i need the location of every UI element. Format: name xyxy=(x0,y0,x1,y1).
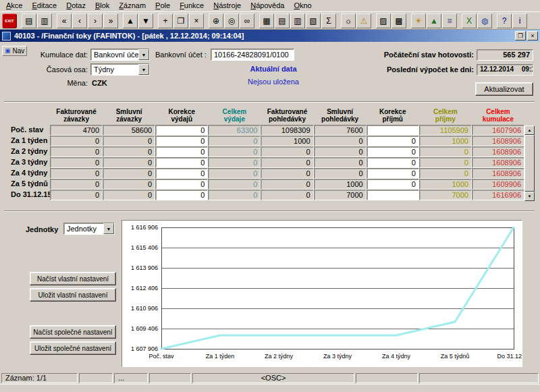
korekce-cell[interactable]: 0 xyxy=(155,168,208,179)
menu-item-funkce[interactable]: Funkce xyxy=(175,0,209,11)
bank-account-label: Bankovní účet : xyxy=(155,51,207,59)
korekce-cell[interactable]: 0 xyxy=(155,190,208,200)
zoom-icon[interactable]: ⊕ xyxy=(209,13,223,28)
table-cell: 1608906 xyxy=(472,157,524,168)
exit-button[interactable]: EXIT xyxy=(2,13,17,28)
info-icon[interactable]: i xyxy=(512,13,527,28)
korekce-cell[interactable]: 0 xyxy=(155,136,208,146)
scroll-up-button[interactable]: ▲ xyxy=(524,125,535,135)
scrollbar-thumb[interactable] xyxy=(524,135,535,192)
menu-item-zaznam[interactable]: Záznam xyxy=(114,0,151,11)
y-tick-label: 1 609 406 xyxy=(131,325,158,332)
casova-osa-dropdown-icon[interactable]: ▼ xyxy=(138,64,149,75)
delete-record-icon[interactable]: × xyxy=(189,13,204,28)
nacist-spolecne-nastaveni-button[interactable]: Načíst společné nastavení xyxy=(30,325,116,339)
jednotky-select[interactable]: Jednotky ▼ xyxy=(63,223,115,235)
print-preview-icon[interactable]: ▥ xyxy=(37,13,52,28)
table-cell: 0 xyxy=(261,146,313,157)
menu-item-akce[interactable]: Akce xyxy=(1,0,27,11)
find-icon[interactable]: ◎ xyxy=(224,13,239,28)
window-title: 40103 - /Finanční toky (FAFINTOK) - [pát… xyxy=(14,32,514,40)
table-cell: 0 xyxy=(103,157,155,168)
navigator-icon: ▣ xyxy=(5,48,11,54)
scroll-down-button[interactable]: ▼ xyxy=(524,192,535,201)
insert-record-icon-glyph: + xyxy=(163,17,167,25)
jednotky-value: Jednotky xyxy=(64,223,103,234)
kumulace-dat-select[interactable]: Bankovní účet ▼ xyxy=(90,49,150,61)
korekce-cell[interactable] xyxy=(367,190,419,200)
korekce-cell[interactable]: 0 xyxy=(155,125,208,136)
menu-item-blok[interactable]: Blok xyxy=(90,0,114,11)
ulozit-spolecne-nastaveni-button[interactable]: Uložit společné nastavení xyxy=(30,341,116,355)
globe-icon[interactable]: ◍ xyxy=(477,13,492,28)
kumulace-dat-value: Bankovní účet xyxy=(91,49,138,60)
scroll-up-icon[interactable]: ▲ xyxy=(123,13,138,28)
menu-item-napoveda[interactable]: Nápověda xyxy=(246,0,289,11)
y-tick-label: 1 607 906 xyxy=(131,345,158,352)
sun-icon[interactable]: ☀ xyxy=(411,13,426,28)
calendar-icon[interactable]: ▩ xyxy=(392,13,406,28)
settings-icon[interactable]: ☼ xyxy=(341,13,356,28)
korekce-cell[interactable]: 0 xyxy=(367,157,419,168)
table-scrollbar[interactable]: ▲ ▼ xyxy=(524,125,535,201)
add-detail-icon[interactable]: ▧ xyxy=(306,13,321,28)
last-record-icon[interactable]: » xyxy=(103,13,118,28)
scroll-down-icon[interactable]: ▼ xyxy=(138,13,153,28)
korekce-cell[interactable]: 0 xyxy=(367,136,419,146)
previous-record-icon[interactable]: ‹ xyxy=(72,13,87,28)
aktualizovat-button[interactable]: Aktualizovat xyxy=(475,82,533,96)
mdi-titlebar[interactable]: 40103 - /Finanční toky (FAFINTOK) - [pát… xyxy=(0,30,540,42)
close-button[interactable]: × xyxy=(527,31,538,40)
casova-osa-select[interactable]: Týdny ▼ xyxy=(90,63,150,76)
restore-button[interactable]: ❐ xyxy=(515,31,526,40)
binoculars-icon[interactable]: ∞ xyxy=(240,13,254,28)
warning-icon[interactable]: ⚠ xyxy=(356,13,371,28)
database-icon[interactable]: ≡ xyxy=(442,13,457,28)
table-cell: 0 xyxy=(103,146,155,157)
first-record-icon[interactable]: « xyxy=(57,13,72,28)
status-blank-4 xyxy=(419,373,539,383)
chart-icon[interactable]: ▲ xyxy=(427,13,441,28)
duplicate-record-icon[interactable]: ❐ xyxy=(173,13,188,28)
korekce-cell[interactable]: 0 xyxy=(367,146,419,157)
next-record-icon[interactable]: › xyxy=(88,13,103,28)
table-row-za-3-tydny: Za 3 týdny000000001608906 xyxy=(5,157,524,168)
cashflow-grid: FakturovanézávazkySmluvnízávazkyKorekcev… xyxy=(5,107,524,200)
menu-item-dotaz[interactable]: Dotaz xyxy=(61,0,90,11)
print-icon[interactable]: ▤ xyxy=(22,13,36,28)
menu-item-pole[interactable]: Pole xyxy=(151,0,175,11)
globe-icon-glyph: ◍ xyxy=(481,17,488,25)
print-preview-icon-glyph: ▥ xyxy=(40,17,48,25)
list-of-values-icon[interactable]: ▤ xyxy=(275,13,290,28)
toolbar: EXIT▤▥«‹›»▲▼+❐×⊕◎∞▦▤▥▧Σ☼⚠▨▩☀▲≡X◍?i xyxy=(0,12,540,30)
korekce-cell[interactable]: 0 xyxy=(367,168,419,179)
kumulace-dropdown-icon[interactable]: ▼ xyxy=(138,49,149,60)
help-icon[interactable]: ? xyxy=(497,13,512,28)
excel-export-icon[interactable]: X xyxy=(462,13,477,28)
table-cell: 0 xyxy=(103,179,155,190)
clipboard-icon[interactable]: ▨ xyxy=(376,13,391,28)
table-cell: 0 xyxy=(103,168,155,179)
sum-icon[interactable]: Σ xyxy=(321,13,336,28)
korekce-cell[interactable]: 0 xyxy=(367,179,419,190)
korekce-cell[interactable]: 0 xyxy=(155,179,208,190)
nacist-vlastni-nastaveni-button[interactable]: Načíst vlastní nastavení xyxy=(30,272,116,285)
korekce-cell[interactable]: 0 xyxy=(155,157,208,168)
kumulace-dat-label: Kumulace dat: xyxy=(19,51,88,59)
detail-list-icon[interactable]: ▥ xyxy=(290,13,305,28)
scrollbar-track[interactable] xyxy=(524,135,535,192)
jednotky-dropdown-icon[interactable]: ▼ xyxy=(103,223,114,234)
bank-account-input[interactable] xyxy=(211,49,294,61)
x-tick-label: Za 1 týden xyxy=(206,353,235,360)
korekce-cell[interactable] xyxy=(367,125,419,136)
ulozit-vlastni-nastaveni-button[interactable]: Uložit vlastní nastavení xyxy=(30,288,116,302)
exit-button-glyph: EXIT xyxy=(5,19,14,23)
insert-record-icon[interactable]: + xyxy=(158,13,173,28)
table-row-do-31-12-15: Do 31.12.1500000700070001616906 xyxy=(5,190,524,200)
menu-item-nastroje[interactable]: Nástroje xyxy=(209,0,246,11)
table-cell: 1608906 xyxy=(472,146,524,157)
menu-item-okno[interactable]: Okno xyxy=(289,0,316,11)
menu-item-editace[interactable]: Editace xyxy=(27,0,61,11)
calculator-icon[interactable]: ▦ xyxy=(259,13,274,28)
korekce-cell[interactable]: 0 xyxy=(155,146,208,157)
